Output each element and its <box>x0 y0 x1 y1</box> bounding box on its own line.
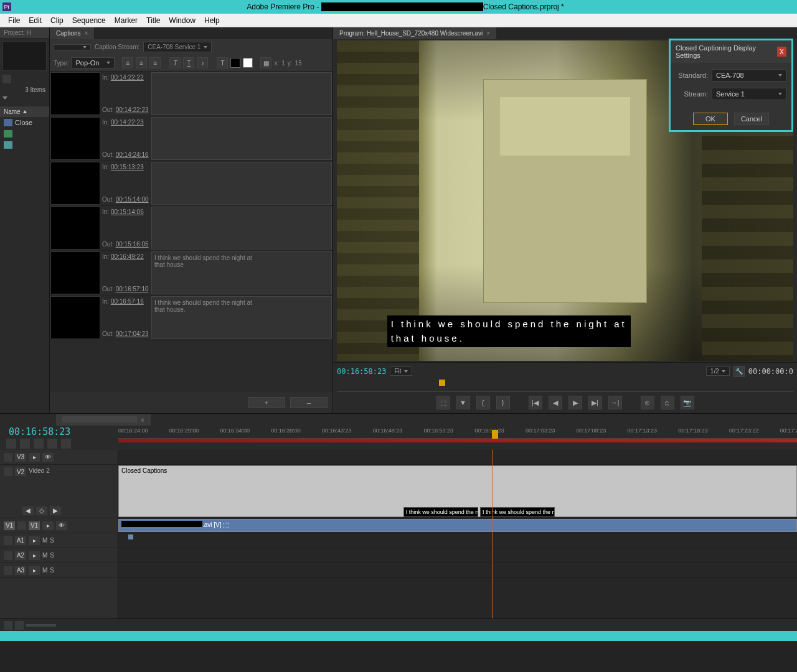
playhead-line[interactable] <box>492 450 493 618</box>
settings-icon[interactable] <box>47 439 57 449</box>
lock-icon[interactable] <box>4 453 12 462</box>
track-target[interactable]: V2 <box>15 467 26 476</box>
menu-edit[interactable]: Edit <box>24 16 46 25</box>
caption-row[interactable]: In: 00:14:22:22Out: 00:14:22:23 <box>50 72 332 116</box>
add-keyframe-icon[interactable]: ◇ <box>36 506 47 515</box>
chevron-down-icon[interactable] <box>2 96 7 100</box>
align-right-icon[interactable]: ≡ <box>149 57 161 68</box>
playhead-icon[interactable] <box>492 430 498 439</box>
track-target[interactable]: A1 <box>15 536 26 545</box>
out-timecode[interactable]: 00:17:04:23 <box>116 330 149 337</box>
mark-in-button[interactable]: { <box>476 396 490 409</box>
lock-icon[interactable] <box>4 566 12 575</box>
step-forward-icon[interactable]: ▶| <box>588 396 602 409</box>
project-name-header[interactable]: Name <box>0 106 49 117</box>
y-value[interactable]: 15 <box>295 60 302 67</box>
menu-file[interactable]: File <box>4 16 24 25</box>
caption-row[interactable]: In: 00:16:49:22Out: 00:16:57:10I think w… <box>50 251 332 296</box>
add-marker-icon[interactable]: ▼ <box>456 396 470 409</box>
v3-header[interactable]: V3▸👁 <box>0 450 118 465</box>
toggle-icon[interactable]: ▸ <box>29 551 40 560</box>
bg-color-swatch[interactable] <box>230 58 240 68</box>
source-v1[interactable]: V1 <box>4 521 15 530</box>
menu-help[interactable]: Help <box>200 16 224 25</box>
close-icon[interactable]: × <box>486 30 490 37</box>
program-timecode[interactable]: 00:16:58:23 <box>337 367 386 376</box>
out-timecode[interactable]: 00:15:16:05 <box>116 241 149 248</box>
add-caption-button[interactable]: + <box>248 397 285 408</box>
track-target[interactable]: A3 <box>15 566 26 575</box>
lift-icon[interactable]: ⎋ <box>641 396 654 409</box>
caption-row[interactable]: In: 00:15:13:23Out: 00:15:14:00 <box>50 161 332 206</box>
lock-icon[interactable] <box>4 536 12 545</box>
audio-marker[interactable] <box>128 534 133 539</box>
toggle-icon[interactable]: ▸ <box>29 453 40 462</box>
text-color-swatch[interactable] <box>243 58 253 68</box>
timeline-timecode[interactable]: 00:16:58:23 <box>9 426 70 437</box>
timeline-ruler[interactable]: 00:16:24:0000:16:29:0000:16:34:0000:16:3… <box>118 426 797 439</box>
caption-block[interactable]: I think we should spend the n <box>403 507 478 517</box>
eye-icon[interactable]: 👁 <box>42 453 54 462</box>
in-timecode[interactable]: 00:15:13:23 <box>111 164 144 170</box>
lock-icon[interactable] <box>4 551 12 560</box>
menu-sequence[interactable]: Sequence <box>68 16 110 25</box>
close-icon[interactable]: × <box>141 417 144 424</box>
project-tab[interactable]: Project: H <box>0 27 49 39</box>
toggle-icon[interactable]: ▸ <box>29 566 40 575</box>
dialog-close-button[interactable]: X <box>777 47 786 57</box>
in-timecode[interactable]: 00:14:22:22 <box>111 74 144 81</box>
project-item[interactable]: Close <box>0 117 49 128</box>
zoom-slider[interactable] <box>26 624 56 627</box>
a1-header[interactable]: A1▸MS <box>0 533 118 548</box>
mark-out-button[interactable]: } <box>496 396 510 409</box>
timeline-tab[interactable]: × <box>56 414 151 426</box>
project-item[interactable] <box>0 139 49 151</box>
lock-icon[interactable] <box>4 467 12 476</box>
a2-header[interactable]: A2▸MS <box>0 548 118 563</box>
caption-row[interactable]: In: 00:15:14:06Out: 00:15:16:05 <box>50 206 332 251</box>
out-timecode[interactable]: 00:16:57:10 <box>116 286 149 292</box>
track-target[interactable]: V1 <box>29 521 40 530</box>
caption-text-field[interactable]: I think we should spend the night atthat… <box>151 251 332 294</box>
snap-icon[interactable] <box>6 439 16 449</box>
program-tab[interactable]: Program: Hell_House_SD_720x480 Widescree… <box>333 27 496 39</box>
v2-header[interactable]: V2Video 2 ◀◇▶ <box>0 465 118 518</box>
out-timecode[interactable]: 00:14:22:23 <box>116 106 149 113</box>
out-timecode[interactable]: 00:15:14:00 <box>116 196 149 203</box>
toggle-icon[interactable]: ▸ <box>42 521 54 530</box>
play-icon[interactable]: ▶ <box>568 396 582 409</box>
menu-title[interactable]: Title <box>142 16 164 25</box>
go-to-out-icon[interactable]: →| <box>608 396 622 409</box>
caption-text-field[interactable]: I think we should spend the night atthat… <box>151 296 332 339</box>
delete-caption-button[interactable]: – <box>290 397 328 408</box>
menu-clip[interactable]: Clip <box>46 16 68 25</box>
resolution-select[interactable]: 1/2 <box>706 366 730 376</box>
caption-row[interactable]: In: 00:16:57:16Out: 00:17:04:23I think w… <box>50 296 332 340</box>
out-timecode[interactable]: 00:14:24:16 <box>116 151 149 158</box>
playhead-icon[interactable] <box>439 380 445 386</box>
icon-view-icon[interactable] <box>15 621 24 630</box>
standard-select[interactable]: CEA-708 <box>712 69 786 82</box>
project-icon[interactable] <box>2 75 11 83</box>
text-box-icon[interactable]: T <box>217 57 228 68</box>
toggle-icon[interactable]: ▸ <box>29 536 40 545</box>
linked-selection-icon[interactable] <box>20 439 30 449</box>
go-to-in-icon[interactable]: |◀ <box>529 396 542 409</box>
mark-in-icon[interactable]: ⬚ <box>436 396 450 409</box>
underline-icon[interactable]: T <box>183 57 194 68</box>
in-timecode[interactable]: 00:15:14:06 <box>111 208 144 215</box>
caption-text-field[interactable] <box>151 72 332 115</box>
caption-text-field[interactable] <box>151 162 332 205</box>
program-ruler[interactable] <box>337 380 793 392</box>
a3-header[interactable]: A3▸MS <box>0 563 118 578</box>
italic-icon[interactable]: T <box>169 57 181 68</box>
menu-window[interactable]: Window <box>164 16 200 25</box>
prev-keyframe-icon[interactable]: ◀ <box>22 506 34 515</box>
wrench-icon[interactable] <box>61 439 71 449</box>
extract-icon[interactable]: ⎌ <box>661 396 674 409</box>
caption-navigator[interactable] <box>54 44 91 50</box>
captions-tab[interactable]: Captions× <box>50 27 95 39</box>
lock-icon[interactable] <box>17 521 26 530</box>
grid-icon[interactable]: ▦ <box>260 57 271 68</box>
list-view-icon[interactable] <box>4 621 12 630</box>
